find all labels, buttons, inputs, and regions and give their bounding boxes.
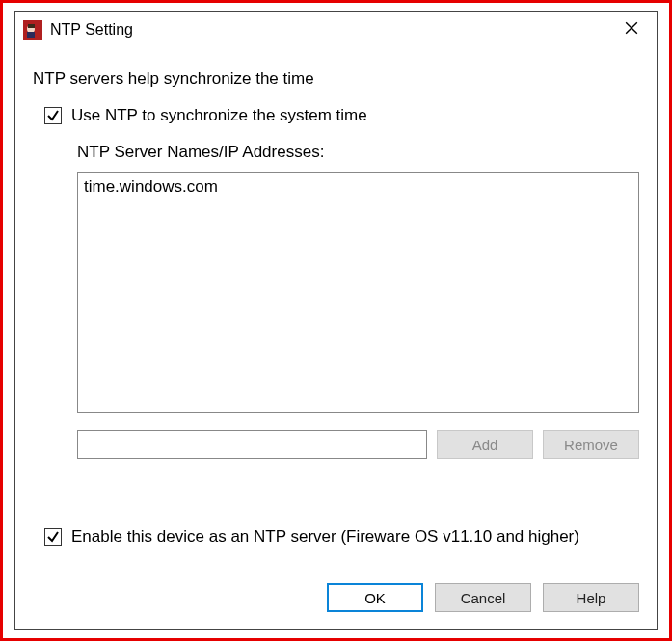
svg-rect-2 [27, 32, 35, 38]
use-ntp-checkbox[interactable] [44, 107, 62, 124]
titlebar: NTP Setting [15, 12, 657, 48]
ntp-setting-dialog: NTP Setting NTP servers help synchronize… [14, 11, 658, 630]
help-button[interactable]: Help [543, 583, 639, 612]
server-list-label: NTP Server Names/IP Addresses: [77, 143, 639, 162]
remove-button[interactable]: Remove [543, 430, 639, 459]
server-input[interactable] [77, 430, 427, 459]
use-ntp-row: Use NTP to synchronize the system time [44, 106, 639, 125]
dialog-content: NTP servers help synchronize the time Us… [15, 48, 657, 556]
list-item[interactable]: time.windows.com [84, 176, 632, 198]
app-icon [23, 20, 42, 40]
use-ntp-label: Use NTP to synchronize the system time [71, 106, 367, 125]
add-remove-row: Add Remove [77, 430, 639, 459]
server-listbox[interactable]: time.windows.com [77, 172, 639, 413]
window-title: NTP Setting [50, 21, 612, 39]
cancel-button[interactable]: Cancel [435, 583, 531, 612]
close-icon [625, 21, 638, 39]
intro-text: NTP servers help synchronize the time [33, 69, 639, 89]
dialog-buttons: OK Cancel Help [15, 556, 657, 629]
svg-rect-3 [28, 24, 35, 28]
ok-button[interactable]: OK [327, 583, 423, 612]
server-section: NTP Server Names/IP Addresses: time.wind… [77, 135, 639, 502]
close-button[interactable] [612, 15, 651, 44]
enable-server-row: Enable this device as an NTP server (Fir… [44, 527, 639, 547]
add-button[interactable]: Add [437, 430, 533, 459]
enable-server-label: Enable this device as an NTP server (Fir… [71, 527, 579, 547]
enable-server-checkbox[interactable] [44, 528, 62, 546]
